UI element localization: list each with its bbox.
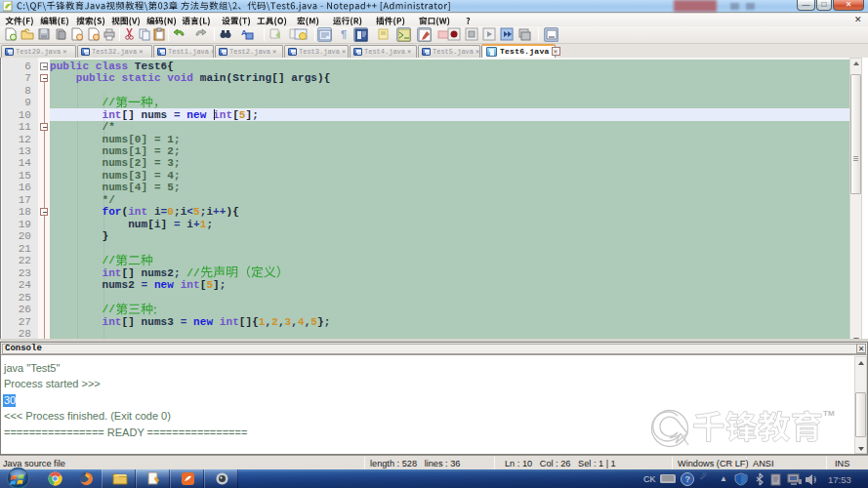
svg-text:¶: ¶ <box>341 28 347 40</box>
svg-text:?: ? <box>685 474 691 484</box>
